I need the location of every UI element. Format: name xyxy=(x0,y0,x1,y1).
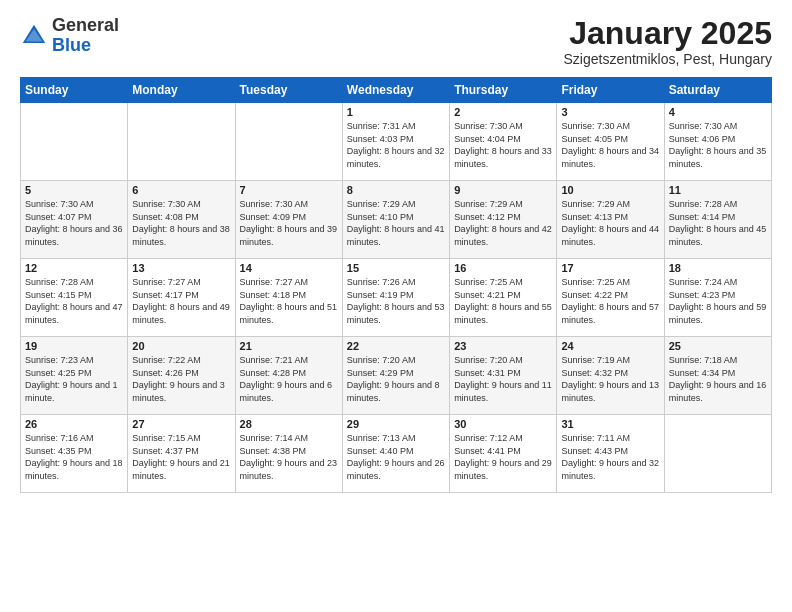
cell-details: Sunrise: 7:16 AMSunset: 4:35 PMDaylight:… xyxy=(25,432,123,482)
logo-icon xyxy=(20,22,48,50)
cell-details: Sunrise: 7:24 AMSunset: 4:23 PMDaylight:… xyxy=(669,276,767,326)
cell-details: Sunrise: 7:21 AMSunset: 4:28 PMDaylight:… xyxy=(240,354,338,404)
calendar-cell xyxy=(128,103,235,181)
cell-details: Sunrise: 7:29 AMSunset: 4:12 PMDaylight:… xyxy=(454,198,552,248)
cell-details: Sunrise: 7:20 AMSunset: 4:29 PMDaylight:… xyxy=(347,354,445,404)
cell-details: Sunrise: 7:30 AMSunset: 4:07 PMDaylight:… xyxy=(25,198,123,248)
day-number: 24 xyxy=(561,340,659,352)
cell-details: Sunrise: 7:30 AMSunset: 4:05 PMDaylight:… xyxy=(561,120,659,170)
calendar-cell: 16Sunrise: 7:25 AMSunset: 4:21 PMDayligh… xyxy=(450,259,557,337)
calendar-cell: 28Sunrise: 7:14 AMSunset: 4:38 PMDayligh… xyxy=(235,415,342,493)
cell-details: Sunrise: 7:30 AMSunset: 4:04 PMDaylight:… xyxy=(454,120,552,170)
day-number: 3 xyxy=(561,106,659,118)
calendar-week-row: 12Sunrise: 7:28 AMSunset: 4:15 PMDayligh… xyxy=(21,259,772,337)
weekday-header: Tuesday xyxy=(235,78,342,103)
calendar-cell: 29Sunrise: 7:13 AMSunset: 4:40 PMDayligh… xyxy=(342,415,449,493)
cell-details: Sunrise: 7:14 AMSunset: 4:38 PMDaylight:… xyxy=(240,432,338,482)
day-number: 29 xyxy=(347,418,445,430)
month-title: January 2025 xyxy=(563,16,772,51)
cell-details: Sunrise: 7:25 AMSunset: 4:21 PMDaylight:… xyxy=(454,276,552,326)
calendar-cell: 22Sunrise: 7:20 AMSunset: 4:29 PMDayligh… xyxy=(342,337,449,415)
weekday-header-row: SundayMondayTuesdayWednesdayThursdayFrid… xyxy=(21,78,772,103)
calendar-cell: 9Sunrise: 7:29 AMSunset: 4:12 PMDaylight… xyxy=(450,181,557,259)
day-number: 10 xyxy=(561,184,659,196)
cell-details: Sunrise: 7:11 AMSunset: 4:43 PMDaylight:… xyxy=(561,432,659,482)
cell-details: Sunrise: 7:30 AMSunset: 4:06 PMDaylight:… xyxy=(669,120,767,170)
day-number: 11 xyxy=(669,184,767,196)
cell-details: Sunrise: 7:28 AMSunset: 4:15 PMDaylight:… xyxy=(25,276,123,326)
cell-details: Sunrise: 7:23 AMSunset: 4:25 PMDaylight:… xyxy=(25,354,123,404)
calendar-cell: 13Sunrise: 7:27 AMSunset: 4:17 PMDayligh… xyxy=(128,259,235,337)
calendar-cell xyxy=(21,103,128,181)
calendar-cell: 26Sunrise: 7:16 AMSunset: 4:35 PMDayligh… xyxy=(21,415,128,493)
cell-details: Sunrise: 7:19 AMSunset: 4:32 PMDaylight:… xyxy=(561,354,659,404)
weekday-header: Sunday xyxy=(21,78,128,103)
day-number: 28 xyxy=(240,418,338,430)
calendar-cell: 12Sunrise: 7:28 AMSunset: 4:15 PMDayligh… xyxy=(21,259,128,337)
logo-blue: Blue xyxy=(52,35,91,55)
day-number: 20 xyxy=(132,340,230,352)
calendar-cell: 19Sunrise: 7:23 AMSunset: 4:25 PMDayligh… xyxy=(21,337,128,415)
cell-details: Sunrise: 7:27 AMSunset: 4:17 PMDaylight:… xyxy=(132,276,230,326)
calendar-cell: 21Sunrise: 7:21 AMSunset: 4:28 PMDayligh… xyxy=(235,337,342,415)
calendar-cell: 20Sunrise: 7:22 AMSunset: 4:26 PMDayligh… xyxy=(128,337,235,415)
calendar-cell: 30Sunrise: 7:12 AMSunset: 4:41 PMDayligh… xyxy=(450,415,557,493)
calendar-cell: 2Sunrise: 7:30 AMSunset: 4:04 PMDaylight… xyxy=(450,103,557,181)
day-number: 1 xyxy=(347,106,445,118)
day-number: 23 xyxy=(454,340,552,352)
location: Szigetszentmiklos, Pest, Hungary xyxy=(563,51,772,67)
day-number: 19 xyxy=(25,340,123,352)
calendar-cell: 27Sunrise: 7:15 AMSunset: 4:37 PMDayligh… xyxy=(128,415,235,493)
weekday-header: Saturday xyxy=(664,78,771,103)
day-number: 15 xyxy=(347,262,445,274)
calendar-cell: 18Sunrise: 7:24 AMSunset: 4:23 PMDayligh… xyxy=(664,259,771,337)
calendar-cell: 7Sunrise: 7:30 AMSunset: 4:09 PMDaylight… xyxy=(235,181,342,259)
day-number: 7 xyxy=(240,184,338,196)
day-number: 16 xyxy=(454,262,552,274)
cell-details: Sunrise: 7:15 AMSunset: 4:37 PMDaylight:… xyxy=(132,432,230,482)
calendar-cell: 11Sunrise: 7:28 AMSunset: 4:14 PMDayligh… xyxy=(664,181,771,259)
calendar-cell: 10Sunrise: 7:29 AMSunset: 4:13 PMDayligh… xyxy=(557,181,664,259)
calendar-table: SundayMondayTuesdayWednesdayThursdayFrid… xyxy=(20,77,772,493)
calendar-week-row: 1Sunrise: 7:31 AMSunset: 4:03 PMDaylight… xyxy=(21,103,772,181)
calendar-cell: 17Sunrise: 7:25 AMSunset: 4:22 PMDayligh… xyxy=(557,259,664,337)
calendar-cell: 1Sunrise: 7:31 AMSunset: 4:03 PMDaylight… xyxy=(342,103,449,181)
cell-details: Sunrise: 7:28 AMSunset: 4:14 PMDaylight:… xyxy=(669,198,767,248)
calendar-cell xyxy=(664,415,771,493)
calendar-cell: 31Sunrise: 7:11 AMSunset: 4:43 PMDayligh… xyxy=(557,415,664,493)
day-number: 25 xyxy=(669,340,767,352)
cell-details: Sunrise: 7:26 AMSunset: 4:19 PMDaylight:… xyxy=(347,276,445,326)
day-number: 30 xyxy=(454,418,552,430)
weekday-header: Thursday xyxy=(450,78,557,103)
day-number: 13 xyxy=(132,262,230,274)
calendar-cell: 15Sunrise: 7:26 AMSunset: 4:19 PMDayligh… xyxy=(342,259,449,337)
day-number: 5 xyxy=(25,184,123,196)
calendar-cell: 5Sunrise: 7:30 AMSunset: 4:07 PMDaylight… xyxy=(21,181,128,259)
calendar-cell: 8Sunrise: 7:29 AMSunset: 4:10 PMDaylight… xyxy=(342,181,449,259)
day-number: 4 xyxy=(669,106,767,118)
cell-details: Sunrise: 7:29 AMSunset: 4:13 PMDaylight:… xyxy=(561,198,659,248)
header: General Blue January 2025 Szigetszentmik… xyxy=(20,16,772,67)
calendar-cell: 14Sunrise: 7:27 AMSunset: 4:18 PMDayligh… xyxy=(235,259,342,337)
calendar-cell: 3Sunrise: 7:30 AMSunset: 4:05 PMDaylight… xyxy=(557,103,664,181)
day-number: 2 xyxy=(454,106,552,118)
calendar-cell: 24Sunrise: 7:19 AMSunset: 4:32 PMDayligh… xyxy=(557,337,664,415)
weekday-header: Friday xyxy=(557,78,664,103)
calendar-week-row: 5Sunrise: 7:30 AMSunset: 4:07 PMDaylight… xyxy=(21,181,772,259)
logo: General Blue xyxy=(20,16,119,56)
day-number: 27 xyxy=(132,418,230,430)
day-number: 18 xyxy=(669,262,767,274)
day-number: 9 xyxy=(454,184,552,196)
day-number: 21 xyxy=(240,340,338,352)
day-number: 17 xyxy=(561,262,659,274)
day-number: 31 xyxy=(561,418,659,430)
day-number: 14 xyxy=(240,262,338,274)
weekday-header: Monday xyxy=(128,78,235,103)
day-number: 12 xyxy=(25,262,123,274)
cell-details: Sunrise: 7:30 AMSunset: 4:09 PMDaylight:… xyxy=(240,198,338,248)
calendar-cell: 23Sunrise: 7:20 AMSunset: 4:31 PMDayligh… xyxy=(450,337,557,415)
day-number: 26 xyxy=(25,418,123,430)
cell-details: Sunrise: 7:29 AMSunset: 4:10 PMDaylight:… xyxy=(347,198,445,248)
cell-details: Sunrise: 7:30 AMSunset: 4:08 PMDaylight:… xyxy=(132,198,230,248)
cell-details: Sunrise: 7:13 AMSunset: 4:40 PMDaylight:… xyxy=(347,432,445,482)
